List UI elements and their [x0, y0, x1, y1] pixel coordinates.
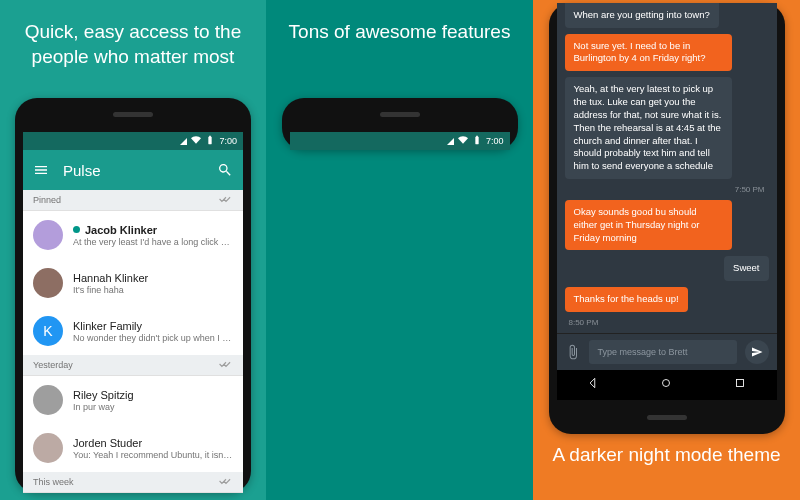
send-button[interactable] [745, 340, 769, 364]
status-time: 7:00 [219, 136, 237, 146]
message-bubble[interactable]: Yeah, at the very latest to pick up the … [565, 77, 732, 179]
avatar [33, 385, 63, 415]
conversation-item[interactable]: Jorden StuderYou: Yeah I recommend Ubunt… [23, 424, 243, 472]
message-preview: You: Yeah I recommend Ubuntu, it isn't t… [73, 450, 233, 460]
avatar [33, 220, 63, 250]
message-preview: In pur way [73, 402, 233, 412]
status-bar: 7:00 [290, 132, 510, 150]
message-input[interactable]: Type message to Brett [589, 340, 737, 364]
message-preview: At the very least I'd have a long click … [73, 237, 233, 247]
chat-view: When are you getting into town?Not sure … [557, 3, 777, 400]
signal-icon [447, 138, 454, 145]
contact-name: Klinker Family [73, 320, 233, 332]
message-bubble[interactable]: Okay sounds good bu should either get in… [565, 200, 732, 250]
back-icon[interactable] [586, 376, 600, 394]
search-icon[interactable] [217, 162, 233, 178]
section-header: Pinned [23, 190, 243, 211]
phone-screen: 7:00 Pulse PinnedJacob KlinkerAt the ver… [23, 132, 243, 493]
contact-name: Jorden Studer [73, 437, 233, 449]
read-all-icon[interactable] [219, 476, 233, 488]
phone-speaker [647, 415, 687, 420]
signal-icon [180, 138, 187, 145]
contact-name: Riley Spitzig [73, 389, 233, 401]
message-preview: No wonder they didn't pick up when I cal… [73, 333, 233, 343]
tagline-text: Tons of awesome features [276, 16, 523, 57]
section-header: Yesterday [23, 355, 243, 376]
conversation-item[interactable]: Riley SpitzigIn pur way [23, 376, 243, 424]
svg-rect-6 [736, 380, 743, 387]
wifi-icon [458, 135, 468, 147]
battery-icon [205, 135, 215, 147]
avatar [33, 433, 63, 463]
read-all-icon[interactable] [219, 194, 233, 206]
svg-point-5 [663, 380, 670, 387]
contact-name: Jacob Klinker [73, 224, 233, 236]
conversation-item[interactable]: KKlinker FamilyNo wonder they didn't pic… [23, 307, 243, 355]
message-bubble[interactable]: Thanks for the heads up! [565, 287, 688, 312]
tagline-text: Quick, easy access to the people who mat… [10, 16, 256, 81]
status-time: 7:00 [486, 136, 504, 146]
message-preview: It's fine haha [73, 285, 233, 295]
phone-screen: 7:00 m, relax today! ering when wear… Lu… [290, 132, 510, 150]
timestamp: 8:50 PM [565, 318, 769, 327]
section-header: This week [23, 472, 243, 493]
wifi-icon [191, 135, 201, 147]
android-nav-bar [557, 370, 777, 400]
home-icon[interactable] [659, 376, 673, 394]
phone-speaker [380, 112, 420, 117]
status-bar: 7:00 [23, 132, 243, 150]
phone-speaker [113, 112, 153, 117]
conversation-list[interactable]: PinnedJacob KlinkerAt the very least I'd… [23, 190, 243, 493]
section-label: This week [33, 477, 74, 487]
phone-frame: 7:00 m, relax today! ering when wear… Lu… [282, 98, 518, 150]
promo-panel-1: Quick, easy access to the people who mat… [0, 0, 266, 500]
promo-panel-3: When are you getting into town?Not sure … [533, 0, 800, 500]
message-bubble[interactable]: When are you getting into town? [565, 3, 719, 28]
phone-frame: 7:00 Pulse PinnedJacob KlinkerAt the ver… [15, 98, 251, 493]
avatar [33, 268, 63, 298]
attach-icon[interactable] [565, 344, 581, 360]
battery-icon [472, 135, 482, 147]
conversation-item[interactable]: Hannah KlinkerIt's fine haha [23, 259, 243, 307]
section-label: Yesterday [33, 360, 73, 370]
unread-dot [73, 226, 80, 233]
app-bar: Pulse [23, 150, 243, 190]
timestamp: 7:50 PM [731, 185, 769, 194]
section-label: Pinned [33, 195, 61, 205]
app-title: Pulse [63, 162, 203, 179]
phone-screen: When are you getting into town?Not sure … [557, 3, 777, 400]
phone-frame: When are you getting into town?Not sure … [549, 3, 785, 434]
message-composer: Type message to Brett [557, 333, 777, 370]
menu-icon[interactable] [33, 162, 49, 178]
contact-name: Hannah Klinker [73, 272, 233, 284]
conversation-item[interactable]: Jacob KlinkerAt the very least I'd have … [23, 211, 243, 259]
message-bubble[interactable]: Not sure yet. I need to be in Burlington… [565, 34, 732, 72]
tagline-text: A darker night mode theme [533, 439, 800, 480]
avatar: K [33, 316, 63, 346]
message-bubble[interactable]: Sweet [724, 256, 768, 281]
promo-panel-2: Tons of awesome features 7:00 m, relax t… [266, 0, 533, 500]
message-list[interactable]: When are you getting into town?Not sure … [557, 3, 777, 333]
read-all-icon[interactable] [219, 359, 233, 371]
recents-icon[interactable] [733, 376, 747, 394]
